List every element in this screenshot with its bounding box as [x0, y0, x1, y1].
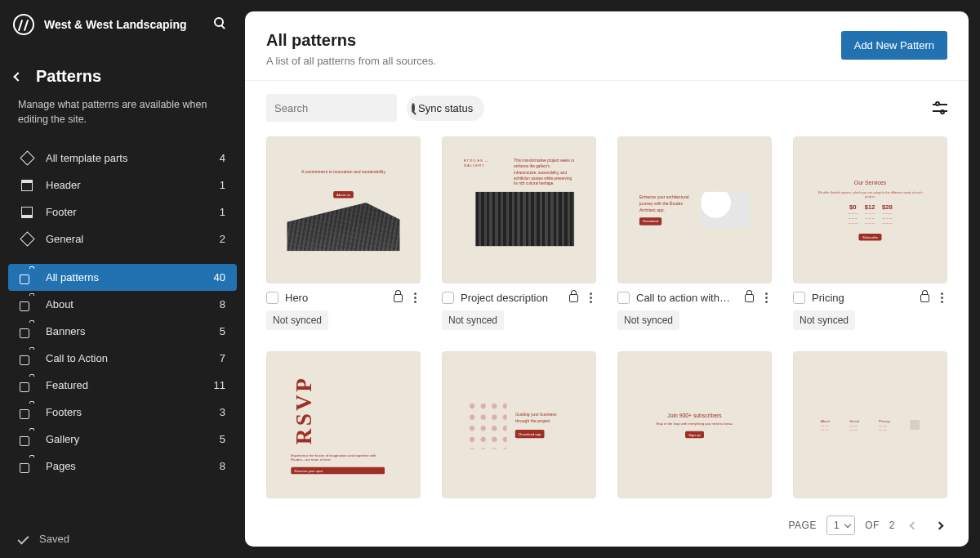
folder-icon: [20, 380, 34, 395]
thumb-cta: Download app: [515, 430, 545, 438]
lock-icon: [569, 294, 578, 302]
sidebar-item-featured[interactable]: Featured 11: [8, 372, 237, 399]
sidebar-group-template-parts: All template parts 4 Header 1 Footer 1 G…: [0, 145, 245, 252]
lock-icon: [920, 294, 929, 302]
sidebar-item-gallery[interactable]: Gallery 5: [8, 426, 237, 453]
select-checkbox[interactable]: [793, 292, 805, 304]
page-total: 2: [889, 520, 895, 531]
sidebar-heading-row: Patterns: [0, 49, 245, 92]
search-icon: [214, 17, 224, 27]
more-actions-button[interactable]: [760, 292, 772, 303]
thumb-heading: RSVP: [291, 376, 385, 445]
pattern-grid: A commitment to innovation and sustainab…: [245, 128, 969, 504]
sync-status-filter[interactable]: Sync status: [407, 96, 484, 121]
more-actions-button[interactable]: [936, 292, 947, 303]
pattern-thumbnail[interactable]: Enhance your architectural journey with …: [617, 136, 772, 283]
sidebar-item-count: 5: [220, 325, 225, 337]
page-label: PAGE: [788, 520, 816, 531]
sidebar-item-about[interactable]: About 8: [8, 291, 237, 318]
sidebar-item-label: About: [46, 298, 220, 310]
sidebar-heading: Patterns: [36, 67, 101, 86]
sidebar-item-pages[interactable]: Pages 8: [8, 453, 237, 480]
sidebar-item-call-to-action[interactable]: Call to Action 7: [8, 345, 237, 372]
pattern-title: Hero: [285, 292, 387, 304]
select-checkbox[interactable]: [442, 292, 454, 304]
lock-icon: [745, 294, 754, 302]
thumb-cta: Reserve your spot: [291, 467, 385, 475]
sidebar-item-header[interactable]: Header 1: [8, 172, 237, 199]
sidebar-item-banners[interactable]: Banners 5: [8, 318, 237, 345]
folder-icon: [20, 407, 34, 422]
sidebar-item-footer[interactable]: Footer 1: [8, 199, 237, 225]
select-checkbox[interactable]: [266, 292, 278, 304]
pattern-card: Join 900+ subscribers Stay in the loop w…: [617, 351, 772, 498]
thumb-image: [702, 192, 751, 228]
pattern-thumbnail[interactable]: Our Services We offer flexible options, …: [793, 136, 947, 283]
pattern-thumbnail[interactable]: RSVP Experience the fusion of imaginatio…: [266, 351, 421, 498]
pattern-thumbnail[interactable]: About— —— — Social— —— — Privacy— —— —: [793, 351, 947, 498]
thumb-image: [475, 192, 574, 246]
sidebar-item-label: Header: [46, 179, 220, 191]
thumb-col: About— —— —: [821, 418, 830, 431]
pattern-card: A commitment to innovation and sustainab…: [266, 136, 421, 330]
site-title: West & West Landscaping: [44, 18, 214, 31]
thumb-body: Enhance your architectural journey with …: [639, 194, 694, 213]
search-input-wrapper[interactable]: [266, 94, 397, 122]
chevron-left-icon: [909, 521, 917, 529]
more-actions-button[interactable]: [585, 292, 596, 303]
diamond-icon: [20, 232, 34, 247]
sidebar-item-count: 40: [214, 271, 225, 283]
sync-badge: Not synced: [793, 310, 855, 330]
sidebar: West & West Landscaping Patterns Manage …: [0, 0, 245, 558]
of-label: OF: [865, 520, 880, 531]
thumb-heading: A commitment to innovation and sustainab…: [301, 169, 385, 175]
pagination: PAGE 1 OF 2: [245, 504, 969, 547]
pattern-title: Call to action with…: [636, 292, 738, 304]
back-icon[interactable]: [13, 72, 22, 81]
wordpress-logo-icon[interactable]: [13, 14, 34, 35]
main-panel: All patterns A list of all patterns from…: [245, 11, 969, 547]
sidebar-item-label: Footer: [46, 206, 220, 218]
pattern-thumbnail[interactable]: Guiding your business through the projec…: [442, 351, 596, 498]
pattern-thumbnail[interactable]: A commitment to innovation and sustainab…: [266, 136, 421, 283]
folder-icon: [20, 326, 34, 341]
select-checkbox[interactable]: [617, 292, 630, 304]
pattern-thumbnail[interactable]: Join 900+ subscribers Stay in the loop w…: [617, 351, 772, 498]
sidebar-item-label: Footers: [46, 406, 220, 418]
sidebar-item-general[interactable]: General 2: [8, 225, 237, 252]
sidebar-item-label: Featured: [46, 379, 214, 391]
header-layout-icon: [20, 178, 34, 193]
sidebar-item-count: 5: [220, 433, 225, 445]
thumb-cta: Sign up: [685, 431, 704, 438]
thumb-body: Experience the fusion of imagination and…: [291, 453, 385, 462]
chevron-right-icon: [935, 521, 943, 529]
panel-header: All patterns A list of all patterns from…: [245, 11, 969, 81]
pattern-card: Our Services We offer flexible options, …: [793, 136, 947, 330]
prev-page-button[interactable]: [905, 517, 921, 533]
pattern-thumbnail[interactable]: ÉTOILES — GALLERY This transformative pr…: [442, 136, 596, 283]
sync-badge: Not synced: [266, 310, 328, 330]
add-new-pattern-button[interactable]: Add New Pattern: [841, 31, 947, 60]
folder-icon: [20, 299, 34, 314]
sidebar-search-button[interactable]: [214, 17, 229, 32]
more-actions-button[interactable]: [409, 292, 421, 303]
thumb-image: [466, 400, 506, 449]
next-page-button[interactable]: [931, 517, 947, 533]
sidebar-item-all-patterns[interactable]: All patterns 40: [8, 264, 237, 291]
sidebar-top: West & West Landscaping: [0, 0, 245, 49]
footer-layout-icon: [20, 205, 34, 220]
sidebar-item-count: 3: [220, 406, 225, 418]
sidebar-item-all-template-parts[interactable]: All template parts 4: [8, 145, 237, 172]
thumb-image: [910, 420, 920, 430]
sidebar-item-label: Gallery: [46, 433, 220, 445]
sidebar-item-count: 4: [220, 152, 225, 164]
view-options-button[interactable]: [933, 102, 947, 114]
search-input[interactable]: [274, 102, 412, 114]
pattern-card: ÉTOILES — GALLERY This transformative pr…: [442, 136, 596, 330]
thumb-body: This transformative project seeks to enh…: [514, 158, 574, 186]
thumb-cta: Download: [639, 217, 662, 225]
sidebar-item-footers[interactable]: Footers 3: [8, 399, 237, 426]
thumb-col: Privacy— —— —: [879, 418, 890, 431]
page-select[interactable]: 1: [826, 516, 855, 535]
thumb-heading: Join 900+ subscribers: [667, 412, 721, 418]
